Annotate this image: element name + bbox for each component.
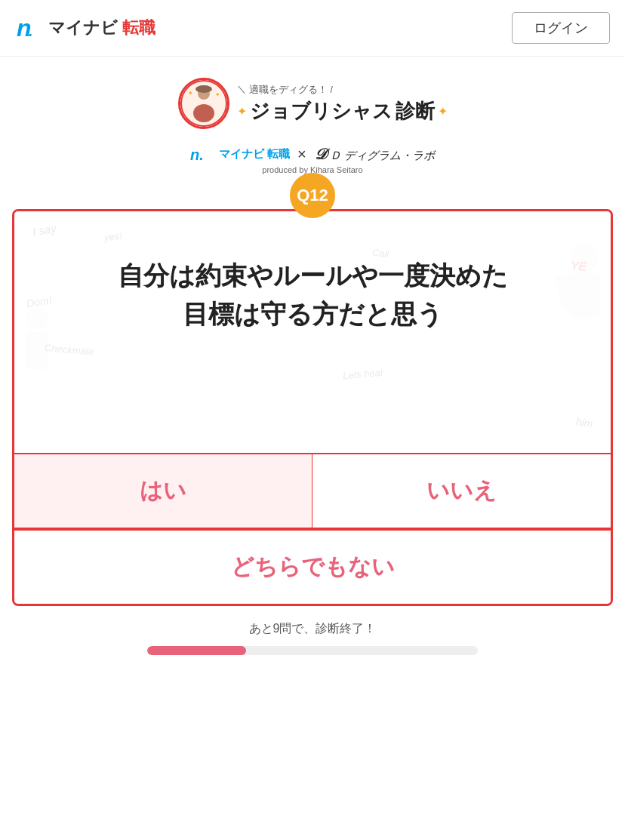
svg-point-5 <box>196 85 212 93</box>
answer-row-bottom: どちらでもない <box>14 529 611 604</box>
tekishoku-line: ＼ 適職をディグる！ / <box>237 83 448 97</box>
collab-line: n. マイナビ 転職 × 𝒟 Ｄ ディグラム・ラボ <box>15 146 610 163</box>
logo-tenshoku: 転職 <box>122 17 155 39</box>
svg-text:n.: n. <box>190 146 204 163</box>
progress-bar-fill <box>147 646 246 655</box>
jobrich-shindan: 診断 <box>396 98 435 125</box>
collab-mynavi-label: マイナビ 転職 <box>219 147 290 162</box>
svg-text:✦: ✦ <box>215 91 220 98</box>
quiz-background: I say yes! Call YE Dom! Checkmate Lets h… <box>14 211 611 453</box>
dig-deco-right: / <box>331 85 333 95</box>
cross-symbol: × <box>297 146 306 163</box>
answer-grid: はい いいえ どちらでもない <box>14 453 611 604</box>
footer-area: あと9問で、診断終了！ <box>0 606 625 667</box>
header: n . マイナビ 転職 ログイン <box>0 0 625 57</box>
q-badge: Q12 <box>290 173 335 218</box>
mynavi-logo-icon: n . <box>15 14 44 42</box>
jobrich-main-title: ジョブリシャス <box>250 98 393 125</box>
diagram-labo-label: 𝒟 Ｄ ディグラム・ラボ <box>314 146 436 163</box>
mynavi-small-icon: n. <box>190 146 211 163</box>
logo: n . マイナビ 転職 <box>15 14 155 42</box>
svg-point-4 <box>193 104 214 122</box>
quiz-question-line2: 目標は守る方だと思う <box>183 300 443 328</box>
jobrich-badge: ✦ ✦ ＼ 適職をディグる！ / ✦ ジョブリシャス 診断 ✦ <box>178 78 448 129</box>
answer-hai-button[interactable]: はい <box>14 454 312 528</box>
quiz-wrapper: Q12 I say yes! Call YE Dom! Checkmate Le… <box>0 189 625 606</box>
logo-text: マイナビ <box>48 17 118 39</box>
quiz-question: 自分は約束やルールや一度決めた 目標は守る方だと思う <box>14 211 611 364</box>
progress-text: あと9問で、診断終了！ <box>12 621 613 637</box>
progress-bar-background <box>147 646 478 655</box>
quiz-section: I say yes! Call YE Dom! Checkmate Lets h… <box>12 209 613 606</box>
dig-deco-left: ＼ <box>237 83 246 96</box>
login-button[interactable]: ログイン <box>512 12 610 44</box>
star-left: ✦ <box>237 104 247 118</box>
answer-iie-button[interactable]: いいえ <box>312 454 611 528</box>
svg-text:✦: ✦ <box>188 90 193 97</box>
answer-dochira-button[interactable]: どちらでもない <box>14 531 611 604</box>
tekishoku-label: 適職をディグる！ <box>249 83 328 97</box>
quiz-question-line1: 自分は約束やルールや一度決めた <box>118 261 508 290</box>
badge-illustration: ✦ ✦ <box>180 80 227 127</box>
badge-icon: ✦ ✦ <box>178 78 229 129</box>
jobrich-name-line: ✦ ジョブリシャス 診断 ✦ <box>237 98 448 125</box>
star-right: ✦ <box>438 104 448 118</box>
brand-section: ✦ ✦ ＼ 適職をディグる！ / ✦ ジョブリシャス 診断 ✦ n. マイナビ … <box>0 57 625 189</box>
answer-row-top: はい いいえ <box>14 454 611 529</box>
jobrich-title: ＼ 適職をディグる！ / ✦ ジョブリシャス 診断 ✦ <box>237 83 448 125</box>
svg-text:.: . <box>29 23 33 39</box>
